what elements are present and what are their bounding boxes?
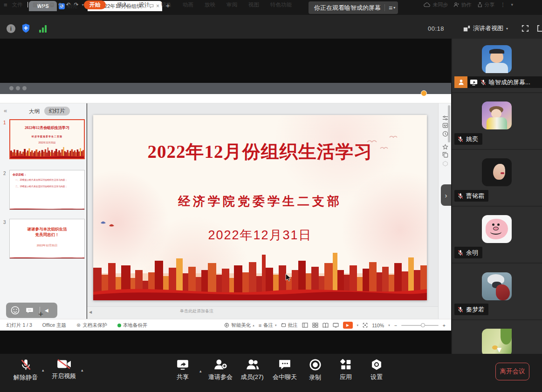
view-mode-selector[interactable]: 演讲者视图 ▾ <box>463 24 508 33</box>
zoom-slider-thumb[interactable] <box>421 323 425 327</box>
record-button[interactable]: 录制 <box>299 358 331 382</box>
chat-bubble-icon[interactable] <box>26 307 34 314</box>
app-menu-icon[interactable]: ≡ <box>4 1 7 8</box>
print-icon[interactable] <box>49 2 55 7</box>
participant-tile[interactable]: 余明 <box>452 207 542 263</box>
properties-sliders-icon[interactable] <box>442 115 448 121</box>
share-options-caret[interactable]: ▴ <box>199 369 202 373</box>
wps-account-avatar[interactable] <box>421 90 427 96</box>
apps-button[interactable]: 应用 <box>329 358 362 381</box>
protection-status[interactable]: ⊗ 文档未保护 <box>76 322 107 329</box>
ribbon-tab-insert[interactable]: 插入 <box>117 1 128 8</box>
unmute-button[interactable]: 解除静音 <box>7 358 44 382</box>
slide-counter: 幻灯片 1 / 3 <box>7 322 32 329</box>
chat-button[interactable]: 会中聊天 <box>268 358 301 381</box>
share-screen-button[interactable]: 共享 <box>166 358 199 381</box>
ribbon-tab-slideshow[interactable]: 放映 <box>205 1 215 8</box>
outline-tab[interactable]: 大纲 <box>29 108 40 115</box>
play-slideshow-button[interactable]: ▶ <box>343 322 353 329</box>
participant-tile[interactable]: 曹铭霜 <box>452 150 542 206</box>
zoom-slider[interactable] <box>401 325 439 326</box>
sync-status[interactable]: 未同步 <box>424 1 448 8</box>
collaborate-button[interactable]: 协作 <box>453 1 471 8</box>
window-minimize-dot[interactable] <box>16 86 20 90</box>
slide-thumbnail-3[interactable]: 谢谢参与本次组织生活 党员同志们！ 2022年12月31日 <box>9 219 85 259</box>
participant-tile[interactable]: 秦梦若 <box>452 264 542 319</box>
assistant-icon[interactable] <box>442 122 448 128</box>
projector-icon[interactable] <box>333 323 339 328</box>
slide-thumbnail-2[interactable]: 会议议程： 一、20级党小组代表分享12月份组织生活学习内容； 二、19级党小组… <box>9 170 85 210</box>
theme-name[interactable]: Office 主题 <box>42 322 66 329</box>
zoom-caret[interactable]: ▾ <box>388 324 390 327</box>
ribbon-tab-design[interactable]: 设计 <box>139 1 150 8</box>
shape-icon[interactable] <box>442 160 448 167</box>
ribbon-tab-review[interactable]: 审阅 <box>226 1 237 8</box>
window-close-dot[interactable] <box>9 86 14 90</box>
sidebar-toggle-handle[interactable]: › <box>441 184 451 206</box>
file-menu[interactable]: 文件 <box>12 1 23 8</box>
collapse-widget-icon[interactable]: ◀ <box>45 308 48 313</box>
undo-icon[interactable]: ↶ <box>66 1 71 8</box>
new-slide-button[interactable]: + <box>38 309 43 319</box>
fit-window-icon[interactable] <box>363 323 368 328</box>
meeting-info-icon[interactable]: i <box>7 24 15 33</box>
zoom-out-button[interactable]: − <box>394 323 397 328</box>
canvas-scrollbar[interactable] <box>448 105 450 142</box>
output-icon[interactable] <box>41 2 46 7</box>
invite-button[interactable]: 邀请参会 <box>202 358 239 381</box>
share-button[interactable]: 分享 <box>477 1 494 8</box>
participant-tile[interactable]: 姚奕 <box>452 93 542 149</box>
settings-button[interactable]: 设置 <box>360 358 393 381</box>
notes-strip[interactable]: 单击此处添加备注 ◀ <box>87 306 438 319</box>
effects-star-icon[interactable] <box>442 143 448 150</box>
notes-splitter-icon[interactable]: ◀ <box>89 310 92 314</box>
comment-button[interactable]: 批注 <box>281 322 298 329</box>
participant-tile[interactable]: 喻智成的屏幕... <box>452 39 542 92</box>
beautify-button[interactable]: 智能美化 ▴ <box>224 322 254 329</box>
collapse-panel-icon[interactable]: « <box>4 107 7 114</box>
slides-tab[interactable]: 幻灯片 <box>44 107 70 115</box>
scroll-down-indicator[interactable]: ▼ <box>495 345 503 355</box>
network-signal-icon[interactable] <box>39 25 48 33</box>
slide-thumbnail-1[interactable]: 2022年12月份组织生活学习 经济学院党委学生二支部 2022年12月31日 <box>9 119 85 159</box>
ribbon-tab-special[interactable]: 特色功能 <box>270 1 292 8</box>
slide-sorter-icon[interactable] <box>312 323 318 328</box>
banner-list-menu[interactable]: ≡▾ <box>389 4 395 12</box>
save-icon[interactable] <box>33 2 38 7</box>
avatar-lips <box>501 172 504 174</box>
backup-status[interactable]: 本地备份开 <box>117 322 148 329</box>
notes-button[interactable]: ≡ 备注 ▾ <box>259 322 277 329</box>
reading-view-icon[interactable] <box>322 323 329 328</box>
more-menu-icon[interactable]: ⋮ <box>500 2 505 8</box>
beautify-label: 智能美化 <box>231 322 251 329</box>
pop-out-icon[interactable] <box>537 25 542 32</box>
normal-view-icon[interactable] <box>302 323 308 328</box>
ribbon-tab-animation[interactable]: 动画 <box>183 1 193 8</box>
ribbon-tab-transition[interactable]: 切换 <box>161 1 172 8</box>
window-zoom-dot[interactable] <box>22 86 27 90</box>
chat-label: 会中聊天 <box>273 373 297 381</box>
smiley-icon[interactable] <box>11 306 20 315</box>
preview-icon[interactable] <box>58 2 63 7</box>
ribbon-tab-view[interactable]: 视图 <box>248 1 259 8</box>
record-icon <box>309 358 322 371</box>
zoom-level[interactable]: 110% <box>372 323 384 328</box>
collapse-ribbon-icon[interactable]: ▾ <box>511 2 513 7</box>
members-label: 成员(27) <box>240 373 263 381</box>
members-button[interactable]: 成员(27) <box>236 358 268 381</box>
avatar-eye <box>492 223 494 226</box>
duplicate-icon[interactable] <box>442 151 448 158</box>
video-options-caret[interactable]: ▴ <box>81 368 83 372</box>
history-clock-icon[interactable] <box>442 130 448 137</box>
security-shield-icon[interactable] <box>21 23 30 33</box>
redo-icon[interactable]: ↷ <box>74 1 79 8</box>
thumb-item: 一、20级党小组代表分享12月份组织生活学习内容； <box>15 178 67 181</box>
current-slide[interactable]: 2022年12月份组织生活学习 经济学院党委学生二支部 2022年12月31日 <box>93 115 427 300</box>
ribbon-tab-home[interactable]: 开始 <box>84 0 106 9</box>
play-options-caret[interactable]: ▾ <box>357 324 359 327</box>
fullscreen-icon[interactable] <box>521 25 529 32</box>
start-video-button[interactable]: 开启视频 <box>45 358 82 380</box>
zoom-in-button[interactable]: + <box>443 323 446 328</box>
mic-options-caret[interactable]: ▴ <box>42 368 44 372</box>
leave-meeting-button[interactable]: 离开会议 <box>495 363 529 380</box>
